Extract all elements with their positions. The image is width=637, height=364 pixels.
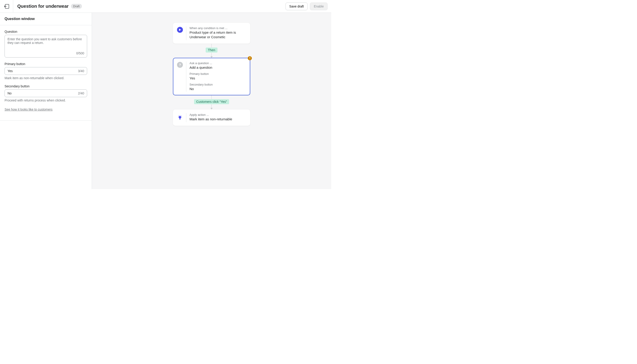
connector-then: Then: [206, 44, 218, 58]
flow-card-question[interactable]: ? Ask a question ... Add a question Prim…: [173, 58, 250, 96]
card-secondary-value: No: [190, 87, 246, 91]
play-icon: [177, 27, 183, 33]
secondary-button-input[interactable]: [8, 92, 78, 95]
primary-button-input[interactable]: [8, 69, 78, 73]
svg-rect-9: [180, 119, 180, 120]
status-badge: Draft: [71, 4, 82, 9]
sidebar: Question window Question 0/500 Primary b…: [0, 13, 92, 189]
question-counter: 0/500: [8, 49, 84, 55]
card-secondary-label: Secondary button: [190, 83, 246, 86]
card-question-title: Add a question: [190, 65, 246, 70]
card-question-sub: Ask a question ...: [190, 62, 246, 65]
primary-counter: 3/40: [78, 69, 84, 73]
svg-rect-8: [179, 118, 181, 119]
svg-rect-1: [250, 57, 250, 58]
primary-helper: Mark item as non-returnable when clicked…: [4, 76, 87, 80]
save-draft-button[interactable]: Save draft: [286, 2, 308, 10]
then-label: Then: [206, 48, 218, 52]
flow-card-condition[interactable]: When any condition is met ... Product ty…: [173, 23, 250, 44]
card-primary-label: Primary button: [190, 72, 246, 76]
secondary-helper: Proceed with returns process when clicke…: [4, 98, 87, 102]
page-title: Question for underwear: [17, 4, 69, 9]
primary-button-label: Primary button: [4, 62, 87, 66]
yes-label: Customers click “Yes”: [194, 99, 229, 104]
svg-point-2: [250, 59, 250, 59]
exit-icon: [4, 4, 9, 9]
lightbulb-icon: [177, 113, 183, 122]
svg-point-5: [178, 116, 179, 116]
flow-card-action[interactable]: Apply action ... Mark item as non-return…: [173, 110, 250, 126]
sidebar-title: Question window: [4, 17, 87, 21]
flow-canvas: When any condition is met ... Product ty…: [92, 13, 331, 189]
card-action-sub: Apply action ...: [190, 113, 246, 116]
enable-button[interactable]: Enable: [310, 2, 328, 10]
secondary-counter: 2/40: [78, 92, 84, 95]
card-condition-sub: When any condition is met ...: [190, 26, 246, 30]
question-icon: ?: [177, 62, 183, 68]
question-label: Question: [4, 30, 87, 34]
card-action-title: Mark item as non-returnable: [190, 117, 246, 122]
card-primary-value: Yes: [190, 76, 246, 80]
svg-point-6: [181, 116, 182, 116]
card-condition-title: Product type of a return item is Underwe…: [190, 30, 246, 40]
question-textarea[interactable]: [8, 37, 84, 49]
connector-yes: Customers click “Yes”: [194, 95, 229, 110]
svg-point-3: [178, 117, 178, 117]
svg-point-4: [181, 117, 182, 117]
warning-icon: [248, 56, 252, 60]
secondary-button-label: Secondary button: [4, 84, 87, 88]
preview-link[interactable]: See how it looks like to customers: [4, 108, 52, 111]
svg-point-7: [180, 115, 180, 116]
back-button[interactable]: [0, 0, 13, 13]
